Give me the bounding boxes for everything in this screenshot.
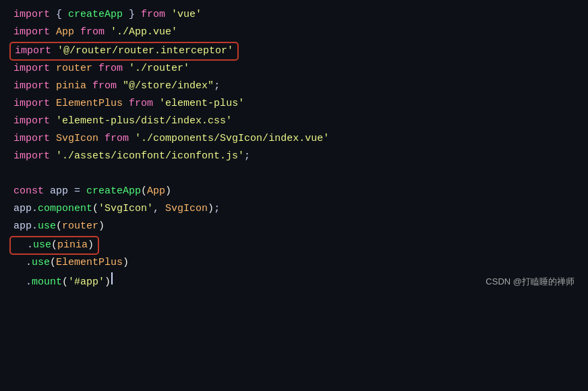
code-line-2: import App from './App.vue' bbox=[13, 24, 575, 42]
code-line-14: . use ( ElementPlus ) bbox=[13, 255, 575, 272]
string-vue: 'vue' bbox=[171, 7, 202, 23]
keyword-import: import bbox=[13, 7, 50, 23]
code-line-13-highlighted: . use ( pinia ) bbox=[13, 236, 575, 255]
code-line-10: const app = createApp ( App ) bbox=[13, 183, 575, 201]
code-line-6: import ElementPlus from 'element-plus' bbox=[13, 96, 575, 113]
keyword-from: from bbox=[141, 7, 165, 23]
code-editor: import { createApp } from 'vue' import A… bbox=[0, 0, 588, 297]
code-line-4: import router from './router' bbox=[13, 61, 575, 78]
code-line-11: app . component ( 'SvgIcon' , SvgIcon ) … bbox=[13, 201, 575, 218]
code-line-8: import SvgIcon from './components/SvgIco… bbox=[13, 131, 575, 148]
code-line-12: app . use ( router ) bbox=[13, 218, 575, 236]
highlight-box-use-pinia: . use ( pinia ) bbox=[9, 236, 99, 255]
text-cursor bbox=[111, 272, 113, 284]
code-line-5: import pinia from "@/store/index" ; bbox=[13, 78, 575, 96]
watermark: CSDN @打瞌睡的禅师 bbox=[486, 275, 575, 289]
code-line-3-highlighted: import '@/router/router.interceptor' bbox=[13, 42, 575, 61]
highlight-box-import: import '@/router/router.interceptor' bbox=[9, 42, 239, 61]
code-line-7: import 'element-plus/dist/index.css' bbox=[13, 113, 575, 131]
code-line-9: import './assets/iconfont/iconfont.js' ; bbox=[13, 148, 575, 166]
func-createapp: createApp bbox=[68, 7, 123, 23]
empty-line bbox=[13, 166, 575, 183]
code-line-1: import { createApp } from 'vue' bbox=[13, 7, 575, 24]
